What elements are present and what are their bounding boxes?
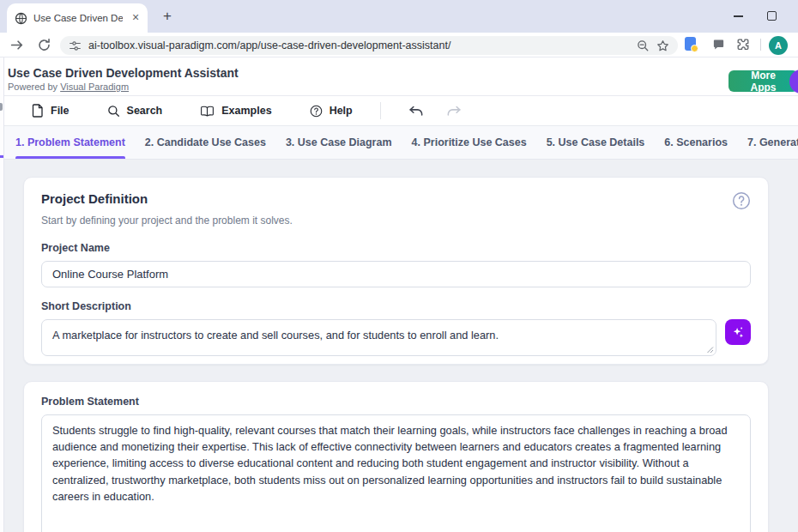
help-icon xyxy=(310,105,323,118)
toolbar-separator xyxy=(760,39,761,51)
sparkle-icon xyxy=(730,324,746,340)
site-settings-icon[interactable] xyxy=(69,39,82,52)
comment-extension-icon[interactable] xyxy=(712,39,725,51)
menu-examples-label: Examples xyxy=(221,105,271,117)
short-description-label: Short Description xyxy=(41,300,751,312)
powered-by: Powered by Visual Paradigm xyxy=(8,82,129,92)
address-bar[interactable]: ai-toolbox.visual-paradigm.com/app/use-c… xyxy=(60,36,678,55)
zoom-out-icon[interactable] xyxy=(637,39,650,52)
menu-separator xyxy=(380,102,381,119)
menu-search[interactable]: Search xyxy=(107,105,163,118)
new-tab-button[interactable]: + xyxy=(158,7,177,26)
clipped-underline-fragment xyxy=(0,155,3,158)
resize-handle-icon[interactable] xyxy=(706,346,714,354)
tab-use-case-diagram[interactable]: 3. Use Case Diagram xyxy=(286,126,392,159)
project-name-label: Project Name xyxy=(41,242,751,254)
card-title: Project Definition xyxy=(41,191,732,206)
clipped-icon-fragment xyxy=(0,103,3,111)
powered-by-prefix: Powered by xyxy=(8,82,57,92)
tab-scenarios[interactable]: 6. Scenarios xyxy=(664,126,728,159)
extensions-puzzle-icon[interactable] xyxy=(736,38,750,51)
file-icon xyxy=(32,104,44,118)
page-title: Use Case Driven Development Assistant xyxy=(8,66,239,80)
card-subtitle: Start by defining your project and the p… xyxy=(41,215,751,227)
tab-close-icon[interactable]: × xyxy=(129,11,142,25)
bookmark-star-icon[interactable] xyxy=(656,39,669,52)
menu-toolbar: File Search Examples Help xyxy=(0,96,798,126)
browser-tab[interactable]: Use Case Driven Development × xyxy=(7,3,148,33)
menu-examples[interactable]: Examples xyxy=(200,105,271,118)
search-icon xyxy=(107,105,120,118)
more-apps-button[interactable]: More Apps xyxy=(728,70,798,92)
forward-icon[interactable] xyxy=(9,38,24,52)
browser-tabstrip: Use Case Driven Development × + xyxy=(0,0,798,33)
menu-help[interactable]: Help xyxy=(310,105,353,118)
problem-statement-card: Problem Statement Students struggle to f… xyxy=(23,381,769,532)
minimize-button[interactable] xyxy=(734,15,743,17)
reload-icon[interactable] xyxy=(37,38,51,52)
redo-icon[interactable] xyxy=(446,106,462,117)
url-text[interactable]: ai-toolbox.visual-paradigm.com/app/use-c… xyxy=(88,39,630,51)
tab-prioritize-use-cases[interactable]: 4. Prioritize Use Cases xyxy=(412,126,527,159)
menu-help-label: Help xyxy=(329,105,353,117)
maximize-button[interactable] xyxy=(767,11,777,21)
undo-icon[interactable] xyxy=(408,106,424,117)
tab-use-case-details[interactable]: 5. Use Case Details xyxy=(547,126,645,159)
examples-book-icon xyxy=(200,105,215,118)
short-description-textarea[interactable]: A marketplace for instructors to create … xyxy=(41,319,716,356)
tab-problem-statement[interactable]: 1. Problem Statement xyxy=(15,126,125,159)
project-name-input[interactable] xyxy=(41,261,751,287)
active-tab-underline xyxy=(15,156,125,159)
ai-generate-button[interactable] xyxy=(725,319,751,345)
menu-file[interactable]: File xyxy=(32,104,70,118)
step-tabs: 1. Problem Statement 2. Candidate Use Ca… xyxy=(0,126,798,160)
tab-generate-report[interactable]: 7. Generate Report xyxy=(747,126,798,159)
menu-file-label: File xyxy=(51,105,70,117)
visual-paradigm-link[interactable]: Visual Paradigm xyxy=(60,82,129,92)
card-help-icon[interactable] xyxy=(732,191,751,210)
page-left-edge-line xyxy=(3,57,4,532)
globe-favicon-icon xyxy=(15,12,27,25)
extension-doc-badge xyxy=(691,45,698,52)
problem-statement-textarea[interactable]: Students struggle to find high-quality, … xyxy=(41,414,751,532)
project-definition-card: Project Definition Start by defining you… xyxy=(23,177,769,365)
tab-title: Use Case Driven Development xyxy=(33,13,123,23)
problem-statement-label: Problem Statement xyxy=(41,396,751,408)
menu-search-label: Search xyxy=(127,105,163,117)
browser-profile-avatar[interactable]: A xyxy=(769,36,788,55)
tab-candidate-use-cases[interactable]: 2. Candidate Use Cases xyxy=(145,126,266,159)
